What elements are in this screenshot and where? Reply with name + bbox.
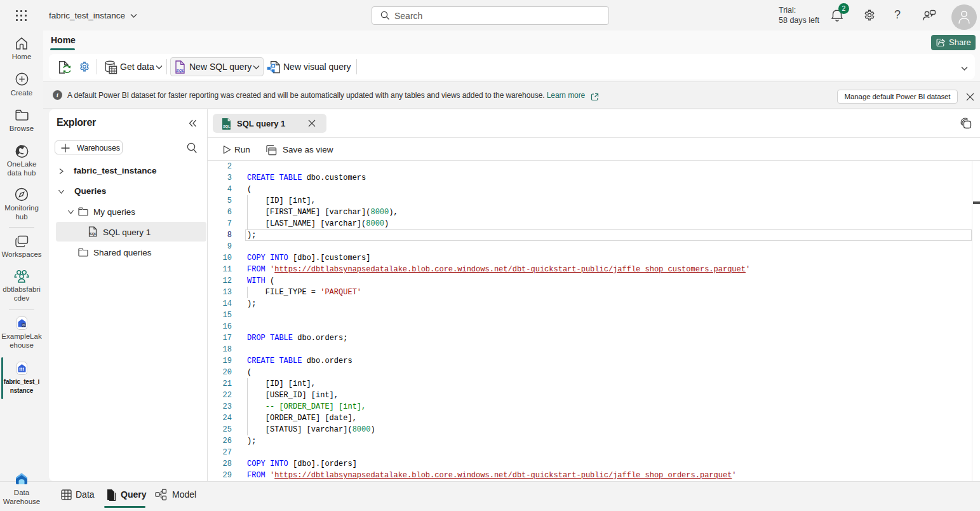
svg-text:SQL: SQL: [90, 232, 97, 236]
svg-text:SQL: SQL: [223, 125, 231, 128]
svg-text:SQL: SQL: [177, 68, 185, 72]
